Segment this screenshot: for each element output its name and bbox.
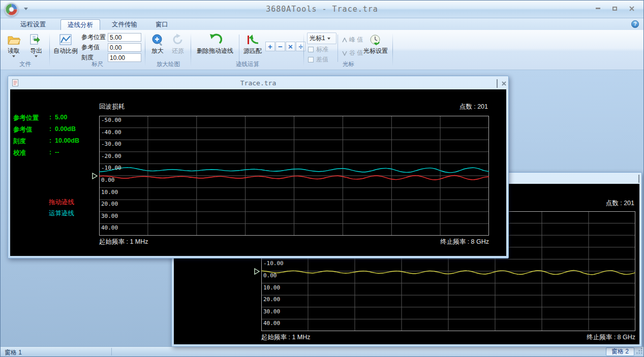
y-axis-tick: -10.00: [263, 260, 284, 267]
document-icon: [12, 79, 18, 86]
standard-checkbox[interactable]: [308, 47, 314, 52]
maximize-icon: [638, 175, 639, 183]
restore-button[interactable]: 还原: [169, 32, 187, 54]
zoom-in-button[interactable]: 放大: [148, 32, 167, 54]
info-row-ref-position: 参考位置 : 5.00: [13, 114, 67, 122]
y-axis-tick: 0.00: [263, 272, 277, 279]
tab-trace-analysis[interactable]: 迹线分析: [60, 19, 100, 30]
ref-value-field-row: 参考值: [81, 43, 141, 52]
points-count-label: 点数 : 201: [459, 103, 488, 111]
minimize-icon: [596, 8, 600, 9]
ref-value-input[interactable]: [108, 43, 141, 52]
math-operator-row: + − × ÷: [265, 42, 306, 51]
trace-plot[interactable]: -50.00-40.00-30.00-20.00-10.000.0010.002…: [99, 116, 489, 236]
child-maximize-button[interactable]: [638, 175, 639, 182]
read-button[interactable]: 读取: [4, 32, 24, 57]
ribbon-group-trace-ops: 删除拖动迹线 源匹配 + − × ÷ 迹线运算: [191, 30, 304, 69]
ref-value-label: 参考值: [81, 43, 108, 52]
resize-grip-icon[interactable]: [636, 348, 643, 356]
ribbon: 读取 导出 文件: [1, 30, 643, 70]
ribbon-group-marker: 光标1 标准 差值 峰 值 谷 值: [304, 30, 393, 69]
multiply-trace-button[interactable]: ×: [286, 42, 295, 51]
auto-scale-button[interactable]: 自动比例: [52, 32, 79, 54]
delete-drag-trace-button[interactable]: 删除拖动迹线: [192, 32, 238, 54]
points-count-label: 点数 : 201: [606, 199, 634, 208]
pane2-label[interactable]: 窗格 2: [606, 347, 634, 356]
standard-checkbox-row: 标准: [308, 45, 328, 54]
close-icon: [502, 81, 506, 86]
maximize-button[interactable]: [608, 5, 622, 12]
y-axis-tick: 20.00: [101, 201, 118, 207]
chart-title: 回波损耗: [99, 103, 125, 111]
tab-window[interactable]: 窗口: [149, 19, 175, 30]
y-axis-tick: 20.00: [263, 296, 280, 303]
child-titlebar: Trace.tra: [8, 76, 508, 89]
ribbon-group-file: 读取 导出 文件: [1, 30, 50, 69]
marker-dropdown-caret-icon: [327, 38, 330, 40]
close-button[interactable]: [625, 5, 638, 12]
open-folder-icon: [7, 32, 20, 47]
marker-settings-button[interactable]: 光标设置: [361, 32, 390, 54]
titlebar: 3680ATools - Trace.tra: [1, 1, 643, 18]
read-dropdown-caret-icon: [12, 55, 15, 57]
maximize-icon: [497, 79, 498, 88]
legend-operation-trace: 运算迹线: [49, 209, 74, 218]
statusbar-separator: [111, 348, 112, 355]
group-label-marker: 光标: [304, 60, 393, 68]
pane1-label[interactable]: 窗格 1: [5, 348, 22, 357]
y-axis-tick: 10.00: [263, 284, 280, 291]
info-row-scale: 刻度 : 10.00dB: [13, 137, 79, 146]
undo-arrow-icon: [208, 32, 222, 47]
y-axis-tick: -10.00: [101, 165, 121, 171]
tab-remote-settings[interactable]: 远程设置: [14, 19, 52, 30]
help-button[interactable]: ?: [631, 20, 639, 28]
child-close-button[interactable]: [502, 80, 506, 87]
restore-arrow-icon: [172, 32, 184, 47]
zoom-in-icon: [151, 32, 164, 47]
source-match-button[interactable]: 源匹配: [241, 32, 264, 54]
auto-scale-chart-icon: [59, 32, 72, 47]
maximize-icon: [612, 7, 617, 11]
frequency-row: 起始频率 : 1 MHz 终止频率 : 8 GHz: [99, 238, 489, 246]
y-axis-tick: 10.00: [101, 189, 118, 196]
peak-icon: [342, 38, 347, 43]
statusbar: 窗格 1 窗格 2: [1, 346, 643, 356]
ribbon-group-ruler: 自动比例 参考位置 参考值 刻度 标尺: [50, 30, 145, 69]
minimize-button[interactable]: [591, 5, 605, 12]
start-frequency-label: 起始频率 : 1 MHz: [99, 238, 148, 246]
group-inner-separator: [338, 35, 338, 62]
add-trace-button[interactable]: +: [265, 42, 275, 51]
y-axis-tick: -50.00: [101, 117, 121, 123]
trace-window[interactable]: Trace.tra 参考位置 : 5.00: [8, 76, 509, 258]
window-title: 3680ATools - Trace.tra: [1, 5, 643, 14]
reference-marker-icon[interactable]: [254, 268, 260, 277]
group-inner-separator: [239, 35, 239, 62]
valley-icon: [342, 51, 347, 56]
group-label-file: 文件: [1, 60, 50, 68]
subtract-trace-button[interactable]: −: [275, 42, 285, 51]
source-match-arrow-icon: [246, 32, 259, 47]
reference-marker-icon[interactable]: [92, 172, 98, 181]
frequency-row: 起始频率 : 1 MHz 终止频率 : 8 GHz: [261, 333, 635, 342]
y-axis-tick: 30.00: [263, 308, 280, 315]
child-maximize-button[interactable]: [497, 80, 498, 87]
y-axis-tick: -30.00: [101, 141, 121, 147]
app-window: 3680ATools - Trace.tra 远程设置 迹线分析 文件传输 窗口…: [0, 0, 644, 357]
export-dropdown-caret-icon: [35, 55, 38, 57]
help-icon: ?: [633, 21, 636, 27]
info-row-calibration: 校准 : --: [13, 149, 59, 157]
ref-position-label: 参考位置: [81, 33, 108, 42]
y-axis-tick: -40.00: [101, 129, 121, 136]
y-axis-tick: -20.00: [101, 153, 121, 159]
ref-position-field-row: 参考位置: [81, 33, 141, 42]
stop-frequency-label: 终止频率 : 8 GHz: [440, 238, 489, 246]
y-axis-tick: 40.00: [101, 224, 118, 231]
export-icon: [29, 32, 43, 47]
ribbon-group-zoom: 放大 还原 放大绘图: [145, 30, 191, 69]
marker-select-dropdown[interactable]: 光标1: [307, 33, 336, 44]
start-frequency-label: 起始频率 : 1 MHz: [261, 333, 311, 342]
tab-file-transfer[interactable]: 文件传输: [105, 19, 144, 30]
ref-position-input[interactable]: [108, 33, 141, 42]
export-button[interactable]: 导出: [26, 32, 46, 57]
ribbon-tab-bar: 远程设置 迹线分析 文件传输 窗口 ?: [1, 18, 643, 30]
